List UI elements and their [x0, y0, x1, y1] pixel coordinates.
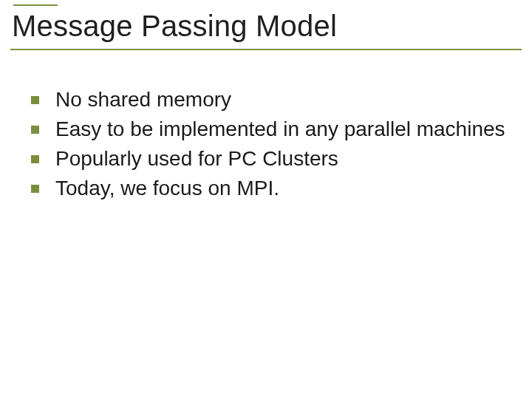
bullet-text: Popularly used for PC Clusters	[55, 146, 338, 171]
bullet-list: No shared memory Easy to be implemented …	[31, 87, 510, 206]
bullet-text: Easy to be implemented in any parallel m…	[55, 117, 505, 142]
list-item: Easy to be implemented in any parallel m…	[31, 117, 510, 142]
list-item: No shared memory	[31, 87, 510, 112]
title-block: Message Passing Model	[10, 4, 522, 50]
square-bullet-icon	[31, 126, 39, 134]
square-bullet-icon	[31, 96, 39, 104]
title-underline: Message Passing Model	[10, 7, 522, 50]
slide-title: Message Passing Model	[12, 10, 522, 41]
list-item: Popularly used for PC Clusters	[31, 146, 510, 171]
square-bullet-icon	[31, 185, 39, 193]
accent-rule-top	[13, 4, 58, 6]
square-bullet-icon	[31, 155, 39, 163]
slide: Message Passing Model No shared memory E…	[0, 0, 532, 399]
bullet-text: Today, we focus on MPI.	[55, 176, 279, 201]
list-item: Today, we focus on MPI.	[31, 176, 510, 201]
bullet-text: No shared memory	[55, 87, 231, 112]
